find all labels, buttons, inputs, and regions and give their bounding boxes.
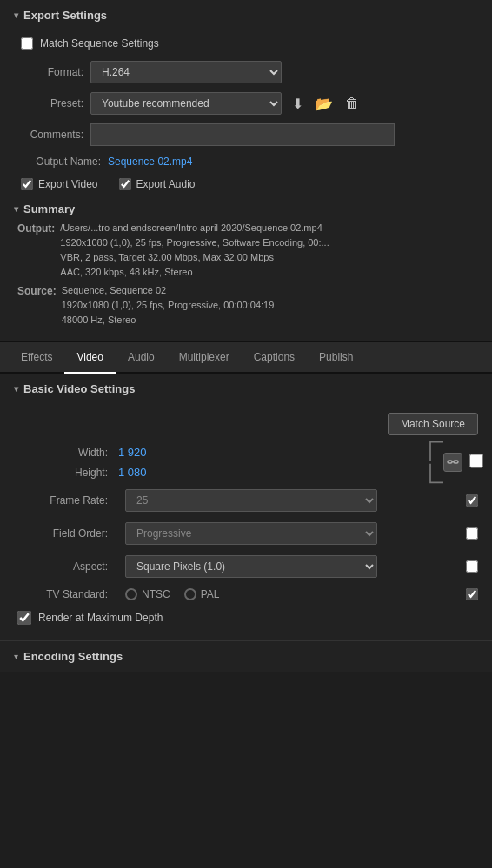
export-settings-chevron[interactable]: ▾ <box>14 10 18 20</box>
render-depth-label: Render at Maximum Depth <box>38 612 163 624</box>
width-value[interactable]: 1 920 <box>118 446 170 459</box>
aspect-row: Aspect: Square Pixels (1.0) <box>0 550 492 583</box>
export-options-row: Export Video Export Audio <box>0 173 492 195</box>
summary-source-value: Sequence, Sequence 02 1920x1080 (1,0), 2… <box>62 283 275 328</box>
tv-standard-row: TV Standard: NTSC PAL <box>0 583 492 606</box>
tv-standard-label: TV Standard: <box>14 588 118 600</box>
tab-audio[interactable]: Audio <box>116 342 167 374</box>
aspect-select[interactable]: Square Pixels (1.0) <box>125 555 377 578</box>
render-depth-row: Render at Maximum Depth <box>0 606 492 630</box>
field-order-label: Field Order: <box>14 527 118 540</box>
frame-rate-select[interactable]: 25 <box>125 489 377 512</box>
render-depth-checkbox[interactable] <box>17 611 31 625</box>
field-order-checkbox[interactable] <box>466 527 478 540</box>
match-sequence-row: Match Sequence Settings <box>0 30 492 56</box>
ntsc-option[interactable]: NTSC <box>125 588 170 600</box>
video-settings-title: Basic Video Settings <box>23 382 135 395</box>
output-name-label: Output Name: <box>14 156 101 168</box>
dimension-lock-checkbox[interactable] <box>469 454 483 468</box>
summary-header: ▾ Summary <box>14 202 478 215</box>
comments-row: Comments: <box>0 119 492 150</box>
field-order-row: Field Order: Progressive <box>0 517 492 550</box>
video-settings-header: ▾ Basic Video Settings <box>0 374 492 404</box>
summary-content: Output: /Users/...tro and endscreen/Intr… <box>14 221 478 328</box>
height-value[interactable]: 1 080 <box>118 466 170 479</box>
summary-source-block: Source: Sequence, Sequence 02 1920x1080 … <box>17 283 475 328</box>
encoding-chevron[interactable]: ▾ <box>14 652 18 661</box>
video-settings-chevron[interactable]: ▾ <box>14 384 18 394</box>
height-label: Height: <box>14 467 118 479</box>
tv-standard-checkbox[interactable] <box>466 588 478 600</box>
svg-rect-1 <box>454 461 458 463</box>
chain-link-button[interactable] <box>443 453 462 472</box>
export-video-check: Export Video <box>21 178 98 190</box>
preset-label: Preset: <box>14 97 83 109</box>
summary-title: Summary <box>23 202 75 215</box>
svg-rect-0 <box>448 461 452 463</box>
summary-output-value: /Users/...tro and endscreen/Intro april … <box>60 221 329 280</box>
export-settings-title: Export Settings <box>23 9 107 22</box>
match-source-row: Match Source <box>0 404 492 441</box>
output-name-link[interactable]: Sequence 02.mp4 <box>108 156 192 168</box>
pal-label: PAL <box>201 588 220 600</box>
summary-section: ▾ Summary Output: /Users/...tro and ends… <box>0 195 492 341</box>
frame-rate-checkbox[interactable] <box>466 494 478 507</box>
frame-rate-label: Frame Rate: <box>14 494 118 507</box>
aspect-checkbox[interactable] <box>466 560 478 573</box>
preset-select[interactable]: Youtube recommended <box>90 92 282 115</box>
tab-video[interactable]: Video <box>64 342 115 374</box>
format-row: Format: H.264 <box>0 56 492 88</box>
export-audio-check: Export Audio <box>119 178 196 190</box>
aspect-label: Aspect: <box>14 560 118 573</box>
video-settings-section: ▾ Basic Video Settings Match Source Widt… <box>0 374 492 640</box>
format-select[interactable]: H.264 <box>90 61 282 83</box>
summary-output-block: Output: /Users/...tro and endscreen/Intr… <box>17 221 475 280</box>
export-settings-header: ▾ Export Settings <box>0 0 492 30</box>
encoding-header: ▾ Encoding Settings <box>14 650 478 663</box>
comments-label: Comments: <box>14 129 83 141</box>
dimension-rows: Width: 1 920 Height: 1 080 <box>0 441 492 484</box>
field-order-select[interactable]: Progressive <box>125 522 377 545</box>
delete-preset-button[interactable]: 🗑 <box>342 94 362 113</box>
tab-multiplexer[interactable]: Multiplexer <box>167 342 242 374</box>
import-preset-button[interactable]: 📂 <box>312 94 336 114</box>
summary-output-label: Output: <box>17 221 55 280</box>
frame-rate-row: Frame Rate: 25 <box>0 484 492 517</box>
tab-publish[interactable]: Publish <box>307 342 365 374</box>
encoding-title: Encoding Settings <box>23 650 123 663</box>
save-preset-button[interactable]: ⬇ <box>289 94 307 114</box>
output-name-row: Output Name: Sequence 02.mp4 <box>0 150 492 173</box>
export-video-checkbox[interactable] <box>21 178 33 190</box>
summary-source-label: Source: <box>17 283 57 328</box>
tab-captions[interactable]: Captions <box>242 342 307 374</box>
height-row: Height: 1 080 <box>0 462 492 484</box>
pal-radio[interactable] <box>184 588 196 600</box>
export-video-label: Export Video <box>38 178 98 190</box>
ntsc-label: NTSC <box>142 588 170 600</box>
pal-option[interactable]: PAL <box>184 588 220 600</box>
chain-link-icon <box>447 456 459 468</box>
match-sequence-label: Match Sequence Settings <box>40 37 159 50</box>
comments-input[interactable] <box>90 123 395 146</box>
export-audio-checkbox[interactable] <box>119 178 131 190</box>
preset-row: Preset: Youtube recommended ⬇ 📂 🗑 <box>0 88 492 119</box>
encoding-section: ▾ Encoding Settings <box>0 640 492 672</box>
width-label: Width: <box>14 447 118 459</box>
ntsc-radio[interactable] <box>125 588 137 600</box>
export-audio-label: Export Audio <box>136 178 196 190</box>
width-row: Width: 1 920 <box>0 441 492 462</box>
format-label: Format: <box>14 66 83 78</box>
export-settings-section: ▾ Export Settings Match Sequence Setting… <box>0 0 492 342</box>
tab-effects[interactable]: Effects <box>9 342 64 374</box>
summary-chevron[interactable]: ▾ <box>14 204 18 214</box>
tabs-bar: Effects Video Audio Multiplexer Captions… <box>0 342 492 374</box>
match-sequence-checkbox[interactable] <box>21 37 33 50</box>
preset-icons: ⬇ 📂 🗑 <box>289 94 362 114</box>
match-source-button[interactable]: Match Source <box>388 413 478 435</box>
